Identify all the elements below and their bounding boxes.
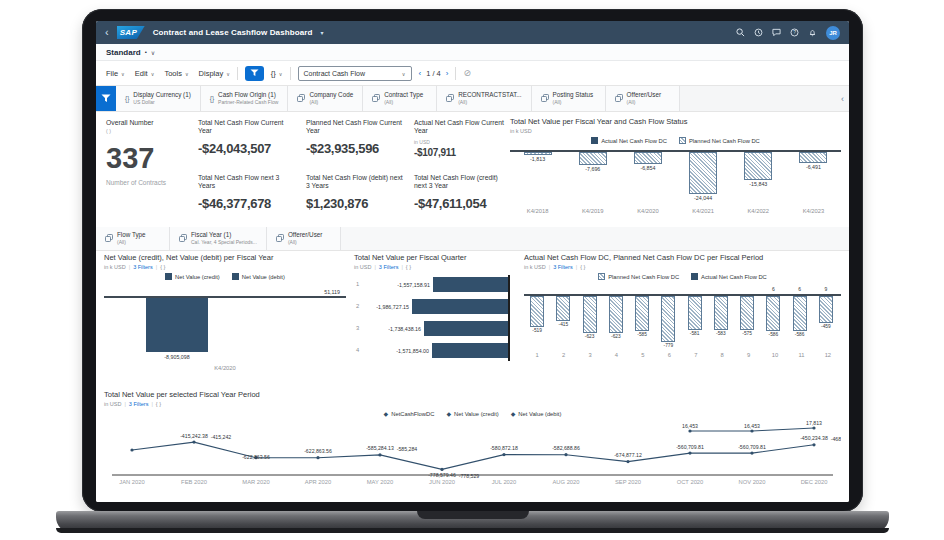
- menu-edit[interactable]: Edit: [135, 69, 155, 78]
- filter-chip[interactable]: Offerer/User(All): [606, 86, 680, 111]
- legend-marker-icon: [165, 273, 172, 280]
- bar[interactable]: [424, 321, 508, 336]
- chip-label: Flow Type: [117, 231, 146, 239]
- bar[interactable]: [579, 152, 607, 165]
- data-point[interactable]: [688, 452, 691, 455]
- chip-scroll-icon[interactable]: ‹: [836, 86, 849, 111]
- back-icon[interactable]: ‹: [105, 27, 109, 38]
- bar[interactable]: [635, 296, 649, 331]
- x-axis-label: MAY 2020: [367, 479, 394, 485]
- data-point[interactable]: [688, 429, 691, 432]
- kpi-tile[interactable]: Total Net Cash Flow Current Year-$24,043…: [196, 117, 300, 170]
- bar[interactable]: [556, 296, 570, 321]
- bar[interactable]: [609, 296, 623, 333]
- prev-page-icon[interactable]: ‹: [419, 69, 422, 78]
- chip-text: Offerer/User(All): [288, 231, 323, 245]
- formula-menu[interactable]: {}: [271, 69, 283, 78]
- chevron-down-icon: [279, 69, 283, 78]
- filter-chip[interactable]: Contract Type(All): [363, 86, 437, 111]
- filter-chip[interactable]: RECONTRACTSTAT...(All): [437, 86, 531, 111]
- filter-lead-chip[interactable]: [96, 86, 116, 111]
- clock-icon[interactable]: [754, 28, 763, 37]
- kpi-tile[interactable]: Planned Net Cash Flow Current Year-$23,9…: [304, 117, 408, 170]
- next-page-icon[interactable]: ›: [446, 69, 449, 78]
- kpi-value: -$23,935,596: [306, 141, 406, 156]
- chevron-down-icon: [402, 70, 406, 77]
- data-point[interactable]: [812, 443, 815, 446]
- bar[interactable]: [714, 296, 728, 330]
- bar[interactable]: [433, 277, 508, 292]
- bar-row: -1,571,854.00: [396, 343, 508, 358]
- app-title[interactable]: Contract and Lease Cashflow Dashboard: [153, 28, 313, 37]
- title-caret-icon[interactable]: ▾: [320, 29, 323, 36]
- chart-filters-link[interactable]: 3 Filters: [133, 264, 153, 270]
- data-point[interactable]: [378, 453, 381, 456]
- bar[interactable]: [793, 296, 807, 331]
- chart-title: Actual Net Cash Flow DC, Planned Net Cas…: [524, 253, 841, 262]
- data-point[interactable]: [130, 448, 133, 451]
- legend-marker-icon: ◆: [446, 410, 451, 417]
- kpi-overall-number[interactable]: Overall Number ( ) 337 Number of Contrac…: [104, 117, 192, 225]
- avatar[interactable]: JR: [826, 26, 840, 40]
- chart-filters-link[interactable]: 3 Filters: [379, 264, 399, 270]
- data-point[interactable]: [192, 441, 195, 444]
- bar[interactable]: [740, 296, 754, 330]
- kpi-tile[interactable]: Actual Net Cash Flow Current Yearin USD-…: [412, 117, 506, 170]
- bar[interactable]: [432, 343, 508, 358]
- filter-chip[interactable]: Flow Type(All): [96, 227, 170, 250]
- chart-braces: { }: [406, 264, 411, 270]
- data-point[interactable]: [502, 453, 505, 456]
- category-label: 10: [762, 352, 788, 358]
- data-point[interactable]: [440, 468, 443, 471]
- filter-button[interactable]: [245, 66, 264, 81]
- menu-file[interactable]: File: [106, 69, 125, 78]
- filter-chip[interactable]: {}Display Currency (1)US Dollar: [116, 86, 201, 111]
- bar[interactable]: [819, 296, 833, 323]
- zero-line: [510, 150, 841, 152]
- chevron-down-icon[interactable]: ∨: [151, 49, 155, 56]
- menu-tools[interactable]: Tools: [164, 69, 188, 78]
- filter-chip[interactable]: Posting Status(All): [532, 86, 606, 111]
- chart-credit-debit: Net Value (credit), Net Value (debit) pe…: [104, 253, 346, 387]
- search-icon[interactable]: [736, 28, 745, 37]
- chart-filters-link[interactable]: 3 Filters: [129, 401, 149, 407]
- chip-label: Posting Status: [553, 91, 594, 99]
- bar[interactable]: [634, 152, 662, 164]
- bar[interactable]: [689, 152, 717, 194]
- filter-chip[interactable]: Fiscal Year (1)Cal. Year, 4 Special Peri…: [170, 227, 267, 250]
- notifications-icon[interactable]: [808, 28, 817, 37]
- bar[interactable]: [766, 296, 780, 331]
- filter-chip[interactable]: Company Code(All): [288, 86, 363, 111]
- help-icon[interactable]: ?: [790, 28, 799, 37]
- data-point[interactable]: [750, 429, 753, 432]
- filter-chip[interactable]: {}Cash Flow Origin (1)Partner-Related Ca…: [201, 86, 289, 111]
- chat-icon[interactable]: [772, 28, 781, 37]
- filter-chip[interactable]: Offerer/User(All): [267, 227, 341, 250]
- chip-text: Fiscal Year (1)Cal. Year, 4 Special Peri…: [191, 231, 257, 245]
- kpi-tile[interactable]: Total Net Cash Flow (credit) next 3 Year…: [412, 172, 506, 225]
- clear-icon[interactable]: ⊘: [463, 68, 471, 78]
- page-select[interactable]: Contract Cash Flow: [298, 66, 412, 81]
- bar[interactable]: [799, 152, 827, 163]
- bar[interactable]: [524, 152, 552, 155]
- bar[interactable]: [744, 152, 772, 180]
- data-point[interactable]: [812, 426, 815, 429]
- data-point[interactable]: [750, 452, 753, 455]
- bar[interactable]: [530, 296, 544, 327]
- bar[interactable]: [688, 296, 702, 330]
- bar[interactable]: [583, 296, 597, 333]
- bar[interactable]: [661, 296, 675, 342]
- kpi-tile[interactable]: Total Net Cash Flow next 3 Years-$46,377…: [196, 172, 300, 225]
- menu-display[interactable]: Display: [199, 69, 230, 78]
- legend-marker-icon: [591, 137, 598, 144]
- data-label: -581: [690, 331, 700, 336]
- bar[interactable]: [146, 298, 208, 352]
- kpi-tile[interactable]: Total Net Cash Flow (debit) next 3 Years…: [304, 172, 408, 225]
- data-point[interactable]: [564, 453, 567, 456]
- chevron-down-icon: [185, 69, 189, 78]
- chart-filters-link[interactable]: 3 Filters: [553, 264, 573, 270]
- data-point[interactable]: [316, 456, 319, 459]
- data-point[interactable]: [626, 460, 629, 463]
- bar[interactable]: [412, 299, 508, 314]
- view-selector[interactable]: Standard: [106, 48, 141, 57]
